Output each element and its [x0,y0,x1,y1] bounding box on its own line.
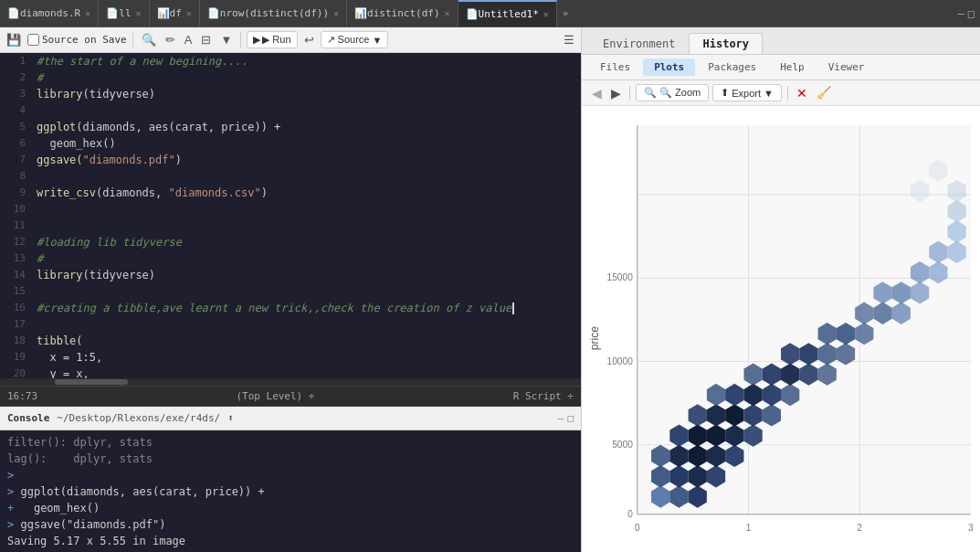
console-area: Console ~/Desktop/Rlexons/exe/r4ds/ ⬆ — … [0,406,581,552]
tab-files[interactable]: Files [589,58,641,76]
zoom-button[interactable]: 🔍 🔍 Zoom [636,84,709,101]
left-panel: 💾 Source on Save 🔍 ✏ A ⊟ ▼ ▶ ▶ Run ↩ ↗ S… [0,27,581,552]
status-bar: 16:73 (Top Level) ÷ R Script ÷ [0,386,581,406]
tab-close[interactable]: ✕ [136,8,142,18]
console-path-icon[interactable]: ⬆ [227,412,234,424]
plot-svg: price 0 5000 10000 15000 0 1 2 3 [582,106,980,552]
svg-text:5000: 5000 [612,440,633,450]
code-line-14: 14 library(tidyverse) [0,267,581,283]
editor-horizontal-scrollbar[interactable] [0,378,581,386]
tab-viewer[interactable]: Viewer [817,58,876,76]
rerun-button[interactable]: ↩ [301,31,317,48]
console-line: > [7,467,574,483]
right-top-tabs: Environment History [582,27,980,55]
tab-distinct[interactable]: 📊 distinct(df) ✕ [347,0,458,27]
outdent-button[interactable]: ▼ [217,31,235,48]
tab-ll[interactable]: 📄 ll ✕ [99,0,149,27]
plot-back-button[interactable]: ◀ [589,86,605,101]
console-line: lag(): dplyr, stats [7,451,574,467]
tab-diamonds-r[interactable]: 📄 diamonds.R ✕ [0,0,99,27]
plot-forward-button[interactable]: ▶ [608,86,624,101]
code-line-5: 5 ggplot(diamonds, aes(carat, price)) + [0,119,581,135]
code-line-3: 3 library(tidyverse) [0,86,581,102]
run-button[interactable]: ▶ ▶ Run [247,31,297,48]
console-body[interactable]: filter(): dplyr, stats lag(): dplyr, sta… [0,430,581,552]
code-line-18: 18 tibble( [0,333,581,349]
code-line-17: 17 [0,316,581,333]
tab-icon: 📊 [354,7,367,19]
svg-text:2: 2 [857,523,862,533]
svg-text:10000: 10000 [607,356,634,366]
plot-toolbar-separator [629,86,630,101]
scope-indicator: (Top Level) ÷ [236,390,314,402]
tab-close[interactable]: ✕ [445,8,450,18]
code-line-10: 10 [0,201,581,218]
svg-text:price: price [588,326,601,351]
tab-history[interactable]: History [689,33,763,54]
code-line-20: 20 y = x, [0,366,581,378]
plot-toolbar: ◀ ▶ 🔍 🔍 Zoom ⬆ Export ▼ ✕ 🧹 [582,80,980,106]
source-button[interactable]: ↗ Source ▼ [321,31,389,48]
console-line: Saving 5.17 x 5.55 in image [7,533,574,549]
maximize-btn[interactable]: □ [968,7,975,20]
console-line: filter(): dplyr, stats [7,434,574,451]
cursor-position: 16:73 [7,390,37,402]
code-line-15: 15 [0,283,581,300]
file-type: R Script ÷ [513,390,574,402]
main-layout: 💾 Source on Save 🔍 ✏ A ⊟ ▼ ▶ ▶ Run ↩ ↗ S… [0,27,980,552]
code-line-11: 11 [0,218,581,234]
format-button[interactable]: A [182,31,195,48]
save-button[interactable]: 💾 [4,31,24,48]
code-line-9: 9 write_csv(diamonds, "diamonds.csv") [0,185,581,201]
tab-close[interactable]: ✕ [85,8,90,18]
tab-environment[interactable]: Environment [589,33,689,54]
indent-button[interactable]: ⊟ [198,31,214,48]
console-header: Console ~/Desktop/Rlexons/exe/r4ds/ ⬆ — … [0,407,581,430]
tab-df[interactable]: 📊 df ✕ [150,0,200,27]
code-line-6: 6 geom_hex() [0,135,581,152]
tab-untitled1[interactable]: 📄 Untitled1* ✕ [458,0,557,27]
run-icon: ▶ [253,34,260,46]
code-line-4: 4 [0,102,581,119]
code-line-8: 8 [0,168,581,185]
source-on-save-checkbox[interactable] [27,34,39,46]
minimize-btn[interactable]: — [958,7,964,20]
tab-help[interactable]: Help [769,58,816,76]
console-path: ~/Desktop/Rlexons/exe/r4ds/ [57,412,220,424]
search-button[interactable]: 🔍 [139,31,159,48]
tab-close[interactable]: ✕ [543,9,549,19]
console-maximize-btn[interactable]: □ [567,412,574,424]
editor-toolbar: 💾 Source on Save 🔍 ✏ A ⊟ ▼ ▶ ▶ Run ↩ ↗ S… [0,27,581,53]
code-line-7: 7 ggsave("diamonds.pdf") [0,152,581,168]
tab-packages[interactable]: Packages [697,58,767,76]
tab-close[interactable]: ✕ [333,8,339,18]
export-button[interactable]: ⬆ Export ▼ [712,84,782,101]
toolbar-separator [132,32,133,48]
tab-icon: 📄 [106,7,119,19]
edit-button[interactable]: ✏ [163,31,178,48]
code-line-1: 1 #the start of a new begining.... [0,53,581,69]
toolbar-separator2 [240,32,241,48]
code-line-12: 12 #loading lib tidyverse [0,234,581,250]
plot-broom-button[interactable]: 🧹 [814,86,834,100]
console-line: + geom_hex() [7,500,574,516]
code-editor[interactable]: 1 #the start of a new begining.... 2 # 3… [0,53,581,378]
scrollbar-thumb[interactable] [55,379,128,385]
svg-text:0: 0 [635,523,640,533]
plot-area: price 0 5000 10000 15000 0 1 2 3 [582,106,980,552]
source-on-save-label: Source on Save [27,34,127,46]
svg-text:1: 1 [746,523,752,533]
plot-delete-button[interactable]: ✕ [794,86,810,101]
tab-nrow-distinct[interactable]: 📄 nrow(distinct(df)) ✕ [200,0,347,27]
menu-button[interactable]: ☰ [561,31,577,48]
console-minimize-btn[interactable]: — [558,412,564,424]
tab-overflow[interactable]: » [557,7,574,19]
console-title: Console [7,412,49,424]
console-line: > ggsave("diamonds.pdf") [7,516,574,533]
code-line-16: 16 #creating a tibble,ave learnt a new t… [0,300,581,316]
tab-plots[interactable]: Plots [643,58,695,76]
tab-icon: 📄 [207,7,220,19]
source-dropdown-icon[interactable]: ▼ [372,35,382,46]
tab-close[interactable]: ✕ [186,8,192,18]
plot-toolbar-separator2 [787,86,788,101]
